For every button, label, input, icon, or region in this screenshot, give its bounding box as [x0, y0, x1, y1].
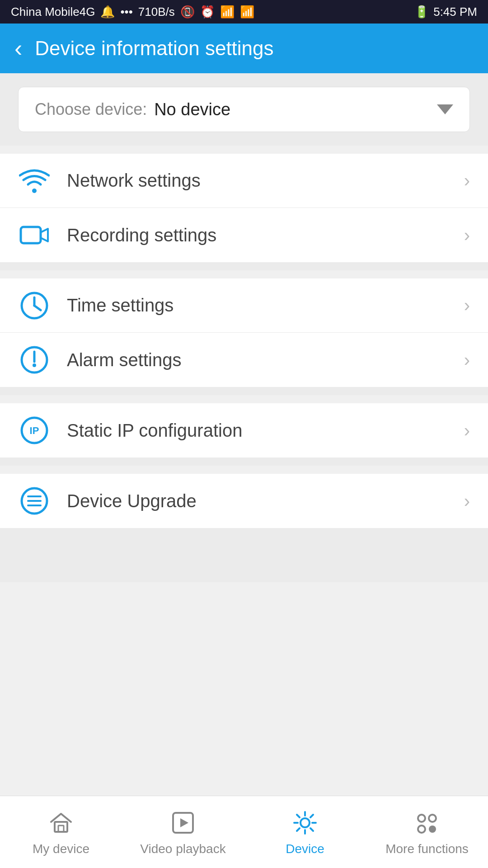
svg-rect-15	[58, 826, 64, 832]
svg-line-4	[34, 306, 41, 310]
divider-3	[0, 458, 488, 466]
static-ip-arrow-icon: ›	[464, 420, 470, 441]
list-icon	[18, 485, 51, 517]
ip-icon: IP	[18, 414, 51, 447]
alarm-arrow-icon: ›	[464, 350, 470, 370]
battery-icon: 🔋	[414, 5, 429, 19]
status-bar: China Mobile4G 🔔 ••• 710B/s 📵 ⏰ 📶 📶 🔋 5:…	[0, 0, 488, 24]
carrier-label: China Mobile4G	[11, 5, 95, 19]
section-static-ip: IP Static IP configuration ›	[0, 403, 488, 458]
device-upgrade-label: Device Upgrade	[67, 491, 448, 511]
wifi-status-icon: 📶	[220, 5, 235, 19]
gear-icon	[291, 808, 319, 837]
svg-point-20	[429, 815, 436, 822]
svg-point-18	[300, 818, 310, 827]
menu-item-recording[interactable]: Recording settings ›	[0, 208, 488, 262]
menu-item-static-ip[interactable]: IP Static IP configuration ›	[0, 403, 488, 458]
notification-icon: 🔔	[100, 5, 115, 19]
content-bottom-gray	[0, 528, 488, 582]
bottom-nav: My device Video playback Device	[0, 796, 488, 868]
nav-item-more-functions[interactable]: More functions	[366, 796, 488, 868]
more-icon: •••	[120, 5, 132, 19]
recording-settings-label: Recording settings	[67, 225, 448, 245]
svg-point-22	[429, 826, 436, 833]
nav-item-video-playback[interactable]: Video playback	[122, 796, 244, 868]
menu-item-network[interactable]: Network settings ›	[0, 154, 488, 208]
my-device-nav-label: My device	[33, 842, 89, 856]
more-functions-nav-label: More functions	[385, 842, 469, 856]
svg-rect-14	[55, 822, 67, 832]
svg-marker-17	[180, 818, 188, 827]
device-upgrade-arrow-icon: ›	[464, 491, 470, 511]
svg-rect-1	[21, 227, 41, 243]
play-icon	[169, 808, 197, 837]
section-device-upgrade: Device Upgrade ›	[0, 474, 488, 528]
device-nav-label: Device	[286, 842, 324, 856]
device-chooser-value: No device	[154, 100, 430, 119]
wifi-icon	[18, 165, 51, 197]
dots-icon	[413, 808, 441, 837]
svg-point-21	[418, 826, 425, 833]
time-label: 5:45 PM	[433, 5, 477, 19]
nav-item-device[interactable]: Device	[244, 796, 366, 868]
network-arrow-icon: ›	[464, 170, 470, 191]
nav-item-my-device[interactable]: My device	[0, 796, 122, 868]
section-network-recording: Network settings › Recording settings ›	[0, 154, 488, 262]
svg-point-7	[33, 363, 36, 367]
divider-1	[0, 262, 488, 270]
signal-icon: 📶	[240, 5, 254, 19]
svg-text:IP: IP	[30, 425, 39, 436]
page-title: Device information settings	[35, 37, 273, 60]
svg-point-19	[418, 815, 425, 822]
time-arrow-icon: ›	[464, 295, 470, 316]
network-settings-label: Network settings	[67, 170, 448, 191]
recording-arrow-icon: ›	[464, 225, 470, 245]
section-time-alarm: Time settings › Alarm settings ›	[0, 278, 488, 387]
alarm-icon	[18, 344, 51, 376]
back-button[interactable]: ‹	[14, 35, 22, 62]
device-chooser-section: Choose device: No device	[0, 73, 488, 146]
clock-icon	[18, 289, 51, 322]
home-icon	[47, 808, 75, 837]
alarm-status-icon: ⏰	[200, 5, 215, 19]
speed-label: 710B/s	[138, 5, 175, 19]
page-header: ‹ Device information settings	[0, 24, 488, 73]
menu-item-alarm[interactable]: Alarm settings ›	[0, 333, 488, 387]
menu-item-time[interactable]: Time settings ›	[0, 278, 488, 333]
device-chooser-label: Choose device:	[35, 100, 147, 119]
menu-item-device-upgrade[interactable]: Device Upgrade ›	[0, 474, 488, 528]
camera-icon	[18, 219, 51, 251]
sim-icon: 📵	[180, 5, 195, 19]
divider-2	[0, 387, 488, 395]
static-ip-label: Static IP configuration	[67, 420, 448, 441]
alarm-settings-label: Alarm settings	[67, 350, 448, 370]
svg-point-0	[32, 189, 37, 193]
video-playback-nav-label: Video playback	[140, 842, 225, 856]
chevron-down-icon	[437, 104, 453, 114]
time-settings-label: Time settings	[67, 295, 448, 316]
device-chooser-dropdown[interactable]: Choose device: No device	[18, 87, 470, 132]
